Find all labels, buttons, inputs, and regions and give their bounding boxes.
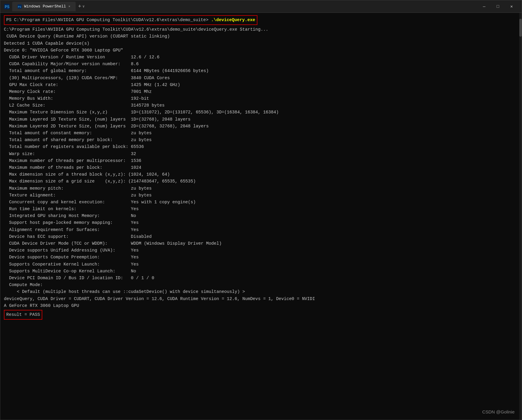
terminal-line: Warp size: 32 [4,151,518,157]
powershell-icon: PS [4,4,10,10]
terminal-line: Texture alignment: zu bytes [4,192,518,199]
terminal-line: Device PCI Domain ID / Bus ID / location… [4,275,518,282]
terminal-line: Maximum memory pitch: zu bytes [4,185,518,192]
terminal-line: deviceQuery, CUDA Driver = CUDART, CUDA … [4,296,518,302]
prompt-text: PS C:\Program Files\NVIDIA GPU Computing… [6,18,211,22]
terminal-line: Maximum Layered 1D Texture Size, (num) l… [4,116,518,123]
terminal-line: Maximum Layered 2D Texture Size, (num) l… [4,123,518,130]
maximize-button[interactable]: □ [491,2,504,11]
terminal-line: Max dimension size of a grid size (x,y,z… [4,178,518,185]
terminal-area[interactable]: PS C:\Program Files\NVIDIA GPU Computing… [0,13,522,420]
window-controls: — □ ✕ [478,2,518,11]
terminal-line: Support host page-locked memory mapping:… [4,219,518,226]
terminal-line: Compute Mode: [4,282,518,288]
powershell-window: PS PS Windows PowerShell × + ∨ — □ [0,0,522,420]
terminal-line: Run time limit on kernels: Yes [4,206,518,213]
terminal-line: CUDA Driver Version / Runtime Version 12… [4,54,518,61]
scrollbar-thumb[interactable] [519,19,522,37]
terminal-line: Alignment requirement for Surfaces: Yes [4,227,518,233]
titlebar: PS PS Windows PowerShell × + ∨ — □ [0,0,522,13]
tab-ps-icon: PS [18,4,22,9]
terminal-line: Memory Clock rate: 7001 Mhz [4,88,518,95]
svg-text:PS: PS [18,6,21,9]
result-container: Result = PASS [4,310,518,320]
terminal-line: Total amount of global memory: 6144 MByt… [4,68,518,74]
terminal-line: Maximum Texture Dimension Size (x,y,z) 1… [4,109,518,116]
command-prompt: PS C:\Program Files\NVIDIA GPU Computing… [4,15,257,25]
svg-text:PS: PS [5,5,10,9]
tab-close-button[interactable]: × [68,5,70,8]
terminal-line: A GeForce RTX 3060 Laptop GPU [4,302,518,309]
terminal-line: (30) Multiprocessors, (128) CUDA Cores/M… [4,75,518,82]
terminal-line: Memory Bus Width: 192-bit [4,95,518,102]
terminal-line: Integrated GPU sharing Host Memory: No [4,213,518,219]
terminal-line: Device supports Unified Addressing (UVA)… [4,247,518,254]
result-line: Result = PASS [4,310,42,320]
terminal-line: L2 Cache Size: 3145728 bytes [4,102,518,109]
terminal-line: Max dimension size of a thread block (x,… [4,171,518,178]
terminal-line: Total amount of shared memory per block:… [4,137,518,143]
terminal-line: C:\Program Files\NVIDIA GPU Computing To… [4,26,518,33]
terminal-line: Supports MultiDevice Co-op Kernel Launch… [4,268,518,275]
terminal-line: Device has ECC support: Disabled [4,233,518,240]
close-button[interactable]: ✕ [505,2,518,11]
terminal-line: CUDA Device Driver Mode (TCC or WDDM): W… [4,240,518,247]
scrollbar[interactable] [519,13,522,420]
tab-chevron-icon[interactable]: ∨ [83,4,85,9]
terminal-line: Maximum number of threads per block: 102… [4,164,518,171]
watermark: CSDN @Golinie [482,409,515,414]
tab-area: PS Windows PowerShell × + ∨ [12,2,478,11]
terminal-line: < Default (multiple host threads can use… [4,288,518,295]
terminal-line: Total amount of constant memory: zu byte… [4,130,518,137]
tab-label: Windows PowerShell [24,4,66,9]
terminal-line: Maximum number of threads per multiproce… [4,157,518,164]
tab-powershell[interactable]: PS Windows PowerShell × [12,2,76,11]
terminal-line: Concurrent copy and kernel execution: Ye… [4,199,518,206]
terminal-line: CUDA Capability Major/Minor version numb… [4,61,518,68]
terminal-line: Device 0: "NVIDIA GeForce RTX 3060 Lapto… [4,47,518,54]
terminal-line: CUDA Device Query (Runtime API) version … [4,33,518,40]
terminal-line: GPU Max Clock rate: 1425 MHz (1.42 GHz) [4,82,518,88]
terminal-line: Detected 1 CUDA Capable device(s) [4,40,518,47]
terminal-line: Supports Cooperative Kernel Launch: Yes [4,261,518,268]
minimize-button[interactable]: — [478,2,491,11]
terminal-output: C:\Program Files\NVIDIA GPU Computing To… [4,26,518,309]
terminal-line: Device supports Compute Preemption: Yes [4,254,518,261]
terminal-line: Total number of registers available per … [4,143,518,150]
command-exe: .\deviceQuery.exe [211,18,255,22]
new-tab-button[interactable]: + [78,4,81,10]
